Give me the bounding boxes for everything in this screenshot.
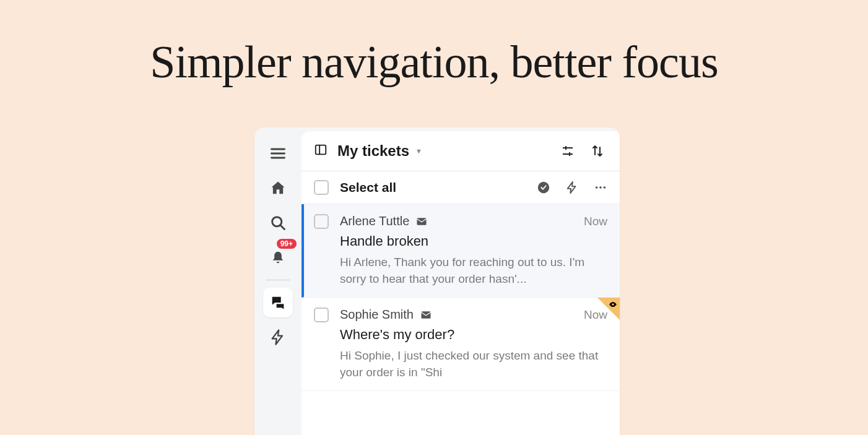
ticket-subject: Handle broken: [340, 233, 607, 249]
select-all-checkbox[interactable]: [314, 180, 329, 195]
svg-rect-2: [316, 145, 326, 155]
search-icon: [269, 214, 287, 231]
svg-point-10: [599, 186, 602, 189]
svg-point-11: [604, 186, 606, 189]
svg-point-8: [538, 182, 549, 193]
view-title: My tickets: [337, 142, 409, 160]
chat-bubbles-icon: [269, 294, 287, 311]
quick-action-button[interactable]: [565, 181, 579, 194]
eye-icon: [609, 300, 617, 309]
svg-point-9: [596, 186, 598, 189]
ticket-time: Now: [584, 215, 607, 228]
svg-line-1: [281, 226, 285, 230]
select-all-label: Select all: [340, 180, 396, 195]
select-all-row: Select all: [302, 171, 620, 204]
ticket-item[interactable]: Arlene Tuttle Now Handle broken Hi Arlen…: [302, 204, 620, 298]
ticket-preview: Hi Arlene, Thank you for reaching out to…: [340, 254, 607, 287]
sidebar-divider: [266, 280, 290, 280]
sort-icon: [590, 144, 605, 158]
more-options-button[interactable]: [594, 181, 607, 194]
sliders-icon: [560, 144, 575, 158]
email-icon: [420, 309, 432, 321]
mark-done-button[interactable]: [537, 181, 550, 194]
ticket-list: Arlene Tuttle Now Handle broken Hi Arlen…: [302, 204, 620, 435]
svg-point-0: [272, 217, 282, 226]
hamburger-icon: [269, 145, 287, 162]
layout-toggle-button[interactable]: [314, 143, 328, 159]
ticket-checkbox[interactable]: [314, 214, 329, 229]
ticket-customer-name: Arlene Tuttle: [340, 214, 409, 228]
page-headline: Simpler navigation, better focus: [0, 0, 868, 88]
hamburger-menu-button[interactable]: [263, 139, 293, 168]
search-button[interactable]: [263, 208, 293, 238]
ticket-customer-name: Sophie Smith: [340, 308, 414, 322]
app-window: 99+ My tickets ▼: [254, 127, 620, 435]
bell-icon: [269, 249, 287, 266]
ticket-item[interactable]: Sophie Smith Now Where's my order? Hi So…: [302, 298, 620, 391]
automation-button[interactable]: [263, 322, 293, 352]
caret-down-icon: ▼: [415, 147, 422, 155]
svg-rect-12: [417, 218, 427, 225]
view-selector[interactable]: My tickets ▼: [337, 142, 422, 160]
notification-badge: 99+: [277, 239, 297, 249]
ticket-subject: Where's my order?: [340, 327, 607, 343]
main-panel: My tickets ▼ Select all: [302, 131, 620, 435]
ticket-preview: Hi Sophie, I just checked our system and…: [340, 348, 607, 381]
sidebar: 99+: [254, 127, 302, 435]
svg-rect-13: [421, 311, 430, 319]
home-button[interactable]: [263, 173, 293, 203]
panel-header: My tickets ▼: [302, 131, 620, 171]
ticket-checkbox[interactable]: [314, 308, 329, 322]
conversations-button[interactable]: [263, 288, 293, 317]
layout-panels-icon: [314, 143, 328, 157]
notifications-button[interactable]: 99+: [263, 243, 293, 272]
home-icon: [269, 179, 287, 197]
bolt-icon: [269, 329, 287, 346]
sort-button[interactable]: [588, 141, 607, 161]
email-icon: [415, 215, 428, 228]
filter-button[interactable]: [558, 141, 578, 161]
